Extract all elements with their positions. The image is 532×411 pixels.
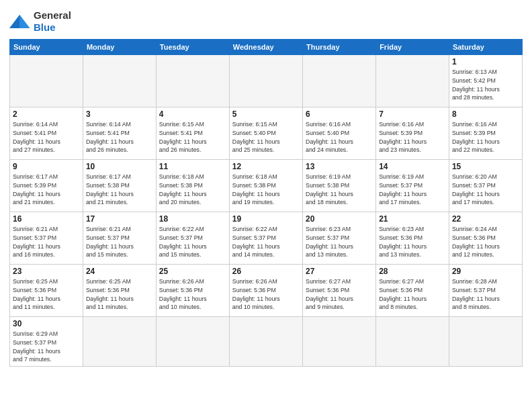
weekday-header-saturday: Saturday — [449, 40, 522, 55]
calendar-cell — [229, 55, 302, 107]
calendar-week-row: 1Sunrise: 6:13 AM Sunset: 5:42 PM Daylig… — [10, 55, 523, 107]
day-info: Sunrise: 6:26 AM Sunset: 5:36 PM Dayligh… — [159, 277, 226, 312]
day-number: 23 — [13, 267, 80, 276]
day-info: Sunrise: 6:16 AM Sunset: 5:40 PM Dayligh… — [306, 120, 373, 154]
weekday-header-friday: Friday — [376, 40, 449, 55]
calendar-cell: 1Sunrise: 6:13 AM Sunset: 5:42 PM Daylig… — [449, 55, 522, 107]
day-number: 18 — [159, 214, 226, 224]
calendar-cell: 8Sunrise: 6:16 AM Sunset: 5:39 PM Daylig… — [449, 107, 522, 160]
calendar-cell: 3Sunrise: 6:14 AM Sunset: 5:41 PM Daylig… — [83, 107, 156, 160]
day-number: 9 — [13, 162, 80, 171]
calendar-cell — [156, 55, 229, 107]
day-info: Sunrise: 6:17 AM Sunset: 5:38 PM Dayligh… — [86, 173, 153, 207]
day-info: Sunrise: 6:24 AM Sunset: 5:36 PM Dayligh… — [452, 225, 519, 259]
calendar-cell: 4Sunrise: 6:15 AM Sunset: 5:41 PM Daylig… — [156, 107, 229, 160]
day-info: Sunrise: 6:29 AM Sunset: 5:37 PM Dayligh… — [13, 330, 80, 364]
day-number: 3 — [86, 109, 153, 119]
day-info: Sunrise: 6:25 AM Sunset: 5:36 PM Dayligh… — [13, 277, 80, 312]
day-number: 29 — [452, 267, 519, 276]
day-info: Sunrise: 6:16 AM Sunset: 5:39 PM Dayligh… — [379, 120, 446, 154]
day-number: 15 — [452, 162, 519, 171]
calendar-cell — [303, 55, 376, 107]
day-info: Sunrise: 6:21 AM Sunset: 5:37 PM Dayligh… — [13, 225, 80, 259]
calendar-cell: 23Sunrise: 6:25 AM Sunset: 5:36 PM Dayli… — [10, 265, 83, 317]
day-number: 24 — [86, 267, 153, 276]
day-info: Sunrise: 6:15 AM Sunset: 5:41 PM Dayligh… — [159, 120, 226, 154]
day-number: 25 — [159, 267, 226, 276]
day-info: Sunrise: 6:25 AM Sunset: 5:36 PM Dayligh… — [86, 277, 153, 312]
day-number: 1 — [452, 57, 519, 66]
logo-icon — [9, 12, 31, 31]
day-number: 7 — [379, 109, 446, 119]
calendar-cell: 24Sunrise: 6:25 AM Sunset: 5:36 PM Dayli… — [83, 265, 156, 317]
day-info: Sunrise: 6:23 AM Sunset: 5:37 PM Dayligh… — [306, 225, 373, 259]
day-info: Sunrise: 6:23 AM Sunset: 5:36 PM Dayligh… — [379, 225, 446, 259]
day-number: 11 — [159, 162, 226, 171]
day-info: Sunrise: 6:14 AM Sunset: 5:41 PM Dayligh… — [86, 120, 153, 154]
svg-marker-1 — [19, 15, 30, 28]
page: General Blue SundayMondayTuesdayWednesda… — [0, 0, 532, 411]
calendar-cell — [449, 317, 522, 367]
day-number: 6 — [306, 109, 373, 119]
calendar-cell — [229, 317, 302, 367]
day-number: 30 — [13, 319, 80, 328]
day-number: 4 — [159, 109, 226, 119]
day-info: Sunrise: 6:27 AM Sunset: 5:36 PM Dayligh… — [306, 277, 373, 312]
day-info: Sunrise: 6:18 AM Sunset: 5:38 PM Dayligh… — [159, 173, 226, 207]
calendar-cell: 19Sunrise: 6:22 AM Sunset: 5:37 PM Dayli… — [229, 212, 302, 265]
day-info: Sunrise: 6:14 AM Sunset: 5:41 PM Dayligh… — [13, 120, 80, 154]
logo-blue-text: Blue — [34, 21, 71, 34]
calendar-cell: 11Sunrise: 6:18 AM Sunset: 5:38 PM Dayli… — [156, 160, 229, 212]
calendar-cell: 26Sunrise: 6:26 AM Sunset: 5:36 PM Dayli… — [229, 265, 302, 317]
day-number: 2 — [13, 109, 80, 119]
weekday-header-thursday: Thursday — [303, 40, 376, 55]
calendar-week-row: 2Sunrise: 6:14 AM Sunset: 5:41 PM Daylig… — [10, 107, 523, 160]
calendar-cell: 16Sunrise: 6:21 AM Sunset: 5:37 PM Dayli… — [10, 212, 83, 265]
day-number: 27 — [306, 267, 373, 276]
day-number: 14 — [379, 162, 446, 171]
calendar-week-row: 16Sunrise: 6:21 AM Sunset: 5:37 PM Dayli… — [10, 212, 523, 265]
calendar-cell: 7Sunrise: 6:16 AM Sunset: 5:39 PM Daylig… — [376, 107, 449, 160]
calendar-cell: 30Sunrise: 6:29 AM Sunset: 5:37 PM Dayli… — [10, 317, 83, 367]
day-info: Sunrise: 6:13 AM Sunset: 5:42 PM Dayligh… — [452, 68, 519, 102]
calendar-cell — [156, 317, 229, 367]
logo-text: General — [34, 9, 71, 21]
weekday-header-sunday: Sunday — [10, 40, 83, 55]
day-info: Sunrise: 6:20 AM Sunset: 5:37 PM Dayligh… — [452, 173, 519, 207]
day-info: Sunrise: 6:28 AM Sunset: 5:37 PM Dayligh… — [452, 277, 519, 312]
day-number: 28 — [379, 267, 446, 276]
day-info: Sunrise: 6:21 AM Sunset: 5:37 PM Dayligh… — [86, 225, 153, 259]
calendar-cell — [10, 55, 83, 107]
day-number: 5 — [232, 109, 300, 119]
calendar-cell: 29Sunrise: 6:28 AM Sunset: 5:37 PM Dayli… — [449, 265, 522, 317]
calendar-header-row: SundayMondayTuesdayWednesdayThursdayFrid… — [10, 40, 523, 55]
day-number: 22 — [452, 214, 519, 224]
calendar-cell: 25Sunrise: 6:26 AM Sunset: 5:36 PM Dayli… — [156, 265, 229, 317]
calendar-cell: 18Sunrise: 6:22 AM Sunset: 5:37 PM Dayli… — [156, 212, 229, 265]
day-number: 8 — [452, 109, 519, 119]
day-info: Sunrise: 6:18 AM Sunset: 5:38 PM Dayligh… — [232, 173, 300, 207]
calendar-cell: 22Sunrise: 6:24 AM Sunset: 5:36 PM Dayli… — [449, 212, 522, 265]
day-number: 12 — [232, 162, 300, 171]
calendar-cell: 17Sunrise: 6:21 AM Sunset: 5:37 PM Dayli… — [83, 212, 156, 265]
calendar-cell — [376, 317, 449, 367]
calendar-week-row: 9Sunrise: 6:17 AM Sunset: 5:39 PM Daylig… — [10, 160, 523, 212]
day-number: 20 — [306, 214, 373, 224]
calendar-cell: 27Sunrise: 6:27 AM Sunset: 5:36 PM Dayli… — [303, 265, 376, 317]
calendar-cell — [83, 317, 156, 367]
header: General Blue — [9, 7, 523, 34]
day-info: Sunrise: 6:16 AM Sunset: 5:39 PM Dayligh… — [452, 120, 519, 154]
weekday-header-tuesday: Tuesday — [156, 40, 229, 55]
day-number: 17 — [86, 214, 153, 224]
weekday-header-monday: Monday — [83, 40, 156, 55]
day-number: 10 — [86, 162, 153, 171]
day-info: Sunrise: 6:22 AM Sunset: 5:37 PM Dayligh… — [159, 225, 226, 259]
calendar-cell: 2Sunrise: 6:14 AM Sunset: 5:41 PM Daylig… — [10, 107, 83, 160]
calendar-cell: 28Sunrise: 6:27 AM Sunset: 5:36 PM Dayli… — [376, 265, 449, 317]
day-number: 16 — [13, 214, 80, 224]
calendar-cell: 20Sunrise: 6:23 AM Sunset: 5:37 PM Dayli… — [303, 212, 376, 265]
calendar-cell — [303, 317, 376, 367]
day-info: Sunrise: 6:15 AM Sunset: 5:40 PM Dayligh… — [232, 120, 300, 154]
calendar-cell: 14Sunrise: 6:19 AM Sunset: 5:37 PM Dayli… — [376, 160, 449, 212]
calendar-cell: 5Sunrise: 6:15 AM Sunset: 5:40 PM Daylig… — [229, 107, 302, 160]
